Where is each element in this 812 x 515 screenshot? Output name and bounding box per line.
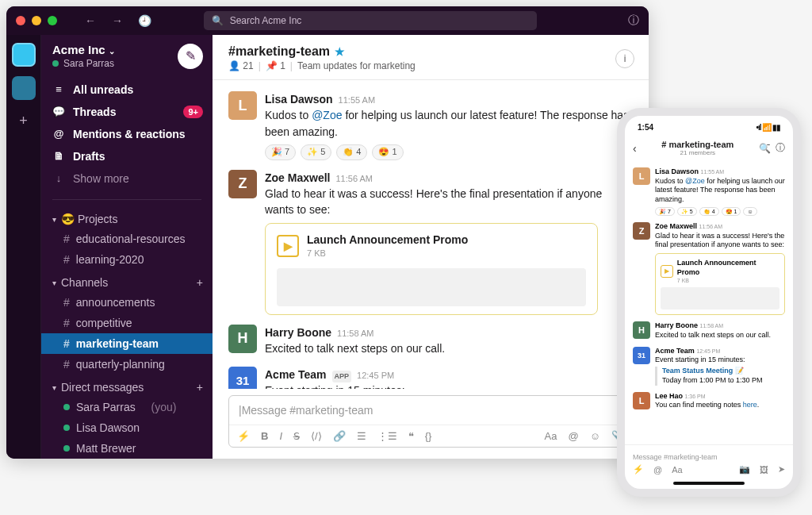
strike-icon[interactable]: S̶	[293, 430, 300, 442]
message-list[interactable]: L Lisa Dawson11:55 AM Kudos to @Zoe for …	[213, 80, 649, 389]
search-input[interactable]: 🔍 Search Acme Inc	[204, 11, 537, 30]
workspace-icon-2[interactable]	[12, 76, 36, 100]
mention[interactable]: @Zoe	[312, 109, 342, 121]
maximize-window-icon[interactable]	[48, 16, 57, 25]
message[interactable]: L Lisa Dawson11:55 AM Kudos to @Zoe for …	[228, 86, 633, 165]
sender-name[interactable]: Harry Boone	[265, 325, 331, 340]
mobile-channel-title[interactable]: # marketing-team	[642, 140, 754, 149]
channel-educational-resources[interactable]: #educational-resources	[41, 229, 213, 249]
dm-matt-brewer[interactable]: Matt Brewer	[41, 438, 213, 459]
calendar-app-icon[interactable]: 31	[228, 367, 257, 389]
workspace-header[interactable]: Acme Inc ⌄ Sara Parras ✎	[41, 35, 213, 75]
message[interactable]: 31 Acme TeamAPP12:45 PM Event starting i…	[228, 362, 633, 389]
message[interactable]: L Lee Hao 1:36 PM You can find meeting n…	[633, 389, 785, 413]
reaction[interactable]: ✨5	[301, 144, 331, 160]
message[interactable]: L Lisa Dawson 11:55 AM Kudos to @Zoe for…	[633, 164, 785, 219]
mention-icon[interactable]: @	[653, 465, 662, 475]
message[interactable]: 31 Acme Team 12:45 PM Event starting in …	[633, 344, 785, 389]
reaction[interactable]: 👏 4	[699, 207, 719, 216]
calendar-app-icon[interactable]: 31	[633, 347, 650, 364]
channels-group-header[interactable]: ▾Channels +	[41, 270, 213, 292]
sender-name[interactable]: Acme Team	[265, 367, 327, 382]
bullet-list-icon[interactable]: ⋮☰	[377, 430, 397, 442]
sidebar-drafts[interactable]: 🗎Drafts	[41, 145, 213, 167]
sidebar-mentions[interactable]: @Mentions & reactions	[41, 123, 213, 145]
workspace-icon-1[interactable]	[12, 43, 36, 67]
avatar[interactable]: L	[228, 91, 257, 120]
mobile-message-list[interactable]: L Lisa Dawson 11:55 AM Kudos to @Zoe for…	[625, 164, 793, 444]
message[interactable]: Z Zoe Maxwell11:56 AM Glad to hear it wa…	[228, 165, 633, 320]
emoji-icon[interactable]: ☺	[590, 430, 600, 442]
minimize-window-icon[interactable]	[32, 16, 41, 25]
message[interactable]: H Harry Boone 11:58 AM Excited to talk n…	[633, 318, 785, 343]
star-icon[interactable]: ★	[335, 45, 345, 58]
message[interactable]: H Harry Boone11:58 AM Excited to talk ne…	[228, 320, 633, 362]
close-window-icon[interactable]	[16, 16, 25, 25]
composer-input[interactable]: |Message #marketing-team	[229, 396, 632, 425]
send-icon[interactable]: ➤	[778, 464, 785, 475]
avatar[interactable]: L	[633, 167, 650, 185]
channel-marketing-team[interactable]: #marketing-team	[41, 333, 213, 354]
ordered-list-icon[interactable]: ☰	[357, 430, 366, 442]
channel-competitive[interactable]: #competitive	[41, 313, 213, 333]
add-workspace-icon[interactable]: +	[19, 113, 28, 129]
reaction[interactable]: ✨ 5	[677, 207, 697, 216]
compose-button[interactable]: ✎	[178, 44, 203, 69]
dm-sara-parras[interactable]: Sara Parras (you)	[41, 397, 213, 417]
sidebar-show-more[interactable]: ↓Show more	[41, 167, 213, 190]
sender-name[interactable]: Zoe Maxwell	[265, 170, 330, 186]
avatar[interactable]: L	[633, 392, 650, 409]
channel-quarterly-planning[interactable]: #quarterly-planning	[41, 354, 213, 375]
calendar-event[interactable]: Team Status Meeting 📝 Today from 1:00 PM…	[655, 367, 785, 385]
nav-forward-icon[interactable]: →	[108, 14, 127, 27]
shortcuts-icon[interactable]: ⚡	[633, 464, 644, 475]
channel-topic[interactable]: Team updates for marketing	[297, 60, 416, 71]
blockquote-icon[interactable]: ❝	[408, 430, 414, 442]
file-attachment[interactable]: ▶ Launch Announcement Promo 7 KB	[265, 223, 598, 315]
reaction[interactable]: 😍1	[372, 144, 403, 160]
add-reaction-icon[interactable]: ☺	[743, 207, 756, 216]
shortcuts-icon[interactable]: ⚡	[237, 430, 250, 442]
reaction[interactable]: 😍 1	[722, 207, 741, 216]
nav-back-icon[interactable]: ←	[81, 14, 100, 27]
search-icon[interactable]: 🔍̄	[759, 143, 771, 154]
sender-name[interactable]: Lisa Dawson	[265, 91, 333, 107]
camera-icon[interactable]: 📷	[739, 464, 750, 475]
mention-icon[interactable]: @	[569, 430, 579, 442]
channel-learning-2020[interactable]: #learning-2020	[41, 249, 213, 270]
avatar[interactable]: H	[228, 325, 257, 353]
avatar[interactable]: Z	[228, 170, 257, 198]
file-attachment[interactable]: ▶ Launch Announcement Promo7 KB	[655, 253, 785, 315]
code-icon[interactable]: ⟨/⟩	[311, 430, 322, 442]
avatar[interactable]: Z	[633, 222, 650, 240]
message[interactable]: Z Zoe Maxwell 11:56 AM Glad to hear it w…	[633, 219, 785, 319]
format-icon[interactable]: Aa	[672, 465, 682, 475]
link-icon[interactable]: 🔗	[333, 430, 346, 442]
mobile-composer-input[interactable]: Message #marketing-team	[633, 450, 785, 464]
history-icon[interactable]: 🕘	[135, 14, 154, 27]
add-dm-icon[interactable]: +	[197, 381, 203, 394]
italic-icon[interactable]: I	[279, 430, 282, 442]
pins-icon[interactable]: 📌 1	[266, 60, 285, 71]
add-channel-icon[interactable]: +	[197, 276, 203, 289]
sidebar-all-unreads[interactable]: ≡All unreads	[41, 79, 213, 101]
dm-lisa-dawson[interactable]: Lisa Dawson	[41, 417, 213, 438]
reaction[interactable]: 🎉7	[265, 144, 296, 160]
codeblock-icon[interactable]: {}	[425, 430, 432, 442]
members-icon[interactable]: 👤 21	[228, 60, 254, 71]
gallery-icon[interactable]: 🖼	[760, 465, 768, 475]
bold-icon[interactable]: B	[261, 430, 268, 442]
info-icon[interactable]: ⓘ	[776, 141, 785, 155]
channel-info-icon[interactable]: i	[615, 49, 634, 68]
reaction[interactable]: 👏4	[336, 144, 367, 160]
projects-group-header[interactable]: ▾😎 Projects	[41, 206, 213, 229]
dms-group-header[interactable]: ▾Direct messages +	[41, 375, 213, 397]
help-icon[interactable]: ⓘ	[628, 13, 639, 28]
sidebar-threads[interactable]: 💬Threads9+	[41, 101, 213, 123]
back-icon[interactable]: ‹	[633, 142, 637, 155]
avatar[interactable]: H	[633, 321, 650, 339]
channel-title[interactable]: #marketing-team	[228, 44, 330, 59]
channel-announcements[interactable]: #announcements	[41, 292, 213, 313]
format-icon[interactable]: Aa	[545, 430, 557, 442]
reaction[interactable]: 🎉 7	[655, 207, 675, 216]
